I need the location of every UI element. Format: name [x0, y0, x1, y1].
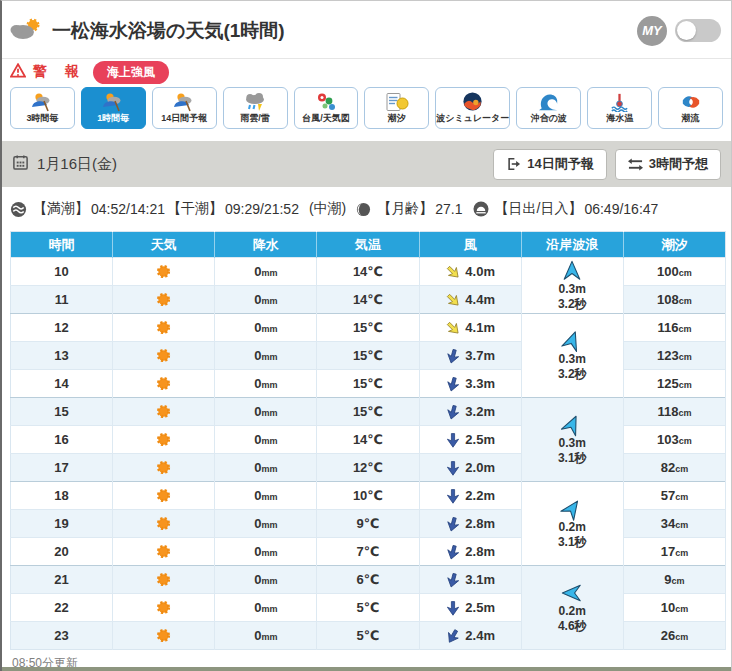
precip-cell: 0mm: [215, 622, 317, 650]
time-cell: 16: [11, 426, 113, 454]
tab-label: 雨雲/雷: [240, 112, 270, 125]
wave-height: 0.2m: [559, 604, 586, 618]
time-cell: 21: [11, 566, 113, 594]
temp-cell: 6℃: [317, 566, 419, 594]
current-icon: [679, 92, 703, 112]
my-badge[interactable]: MY: [637, 16, 667, 46]
temp-cell: 5℃: [317, 622, 419, 650]
wave-direction-icon: [561, 498, 583, 520]
wave-period: 3.1秒: [558, 535, 587, 549]
tab-label: 1時間毎: [97, 112, 129, 125]
precip-cell: 0mm: [215, 538, 317, 566]
wind-arrow-icon: [445, 404, 461, 420]
temp-cell: 5℃: [317, 594, 419, 622]
tab-wavesim[interactable]: 波シミュレーター: [435, 87, 510, 129]
wind-arrow-icon: [445, 264, 461, 280]
column-header: 気温: [317, 232, 419, 258]
time-cell: 11: [11, 286, 113, 314]
sun-cloud-umbrella-icon: [100, 92, 126, 112]
warning-label: 警 報: [33, 63, 86, 81]
temp-cell: 15℃: [317, 314, 419, 342]
wind-cell: 2.2m: [419, 482, 521, 510]
swap-icon: [628, 158, 643, 171]
time-cell: 12: [11, 314, 113, 342]
hourly-forecast-table: 時間天気降水気温風沿岸波浪潮汐 100mm14℃4.0m0.3m3.2秒100c…: [10, 231, 726, 650]
weather-cell: [113, 370, 215, 398]
tab-tide[interactable]: 潮汐: [364, 87, 429, 129]
wind-cell: 2.8m: [419, 510, 521, 538]
wind-cell: 2.4m: [419, 622, 521, 650]
low-tide-label: 【干潮】: [167, 200, 223, 218]
button-label: 14日間予報: [527, 155, 593, 173]
weather-cell: [113, 258, 215, 286]
coastal-wave-cell: 0.2m4.6秒: [521, 566, 623, 650]
wind-arrow-icon: [445, 432, 461, 448]
wind-cell: 3.2m: [419, 398, 521, 426]
wind-arrow-icon: [445, 488, 461, 504]
tide-cell: 26cm: [623, 622, 725, 650]
wave-period: 3.2秒: [558, 367, 587, 381]
warning-badge[interactable]: 海上強風: [93, 61, 169, 84]
wind-arrow-icon: [445, 376, 461, 392]
tab-1hour[interactable]: 1時間毎: [81, 87, 146, 129]
tab-bar: 3時間毎1時間毎14日間予報雨雲/雷台風/天気図潮汐波シミュレーター沖合の波海水…: [2, 85, 731, 129]
my-toggle[interactable]: [675, 19, 721, 42]
tide-cell: 123cm: [623, 342, 725, 370]
coastal-wave-cell: 0.3m3.1秒: [521, 398, 623, 482]
weather-cell: [113, 594, 215, 622]
time-cell: 19: [11, 510, 113, 538]
tide-info-row: 【満潮】 04:52/14:21 【干潮】 09:29/21:52 (中潮) 【…: [2, 187, 731, 231]
tab-3hour[interactable]: 3時間毎: [10, 87, 75, 129]
high-tide-label: 【満潮】: [33, 200, 89, 218]
wind-arrow-icon: [445, 320, 461, 336]
tide-calendar-icon: [384, 92, 410, 112]
warning-triangle-icon: [10, 63, 26, 82]
table-header: 時間天気降水気温風沿岸波浪潮汐: [11, 232, 726, 258]
btn-3hour-forecast[interactable]: 3時間予想: [615, 149, 721, 180]
sun-icon: [155, 431, 172, 448]
tab-typhoon[interactable]: 台風/天気図: [294, 87, 359, 129]
tide-cell: 118cm: [623, 398, 725, 426]
tab-offshore[interactable]: 沖合の波: [516, 87, 581, 129]
column-header: 天気: [113, 232, 215, 258]
tab-label: 海水温: [606, 112, 633, 125]
btn-14day-forecast[interactable]: 14日間予報: [493, 149, 606, 180]
temp-cell: 15℃: [317, 398, 419, 426]
tide-cell: 17cm: [623, 538, 725, 566]
weather-cell: [113, 342, 215, 370]
tab-raincloud[interactable]: 雨雲/雷: [223, 87, 288, 129]
time-cell: 23: [11, 622, 113, 650]
sun-icon: [155, 459, 172, 476]
time-cell: 18: [11, 482, 113, 510]
time-cell: 22: [11, 594, 113, 622]
cloud-sun-icon: [10, 17, 44, 45]
sun-icon: [155, 543, 172, 560]
tide-cell: 10cm: [623, 594, 725, 622]
time-cell: 15: [11, 398, 113, 426]
column-header: 沿岸波浪: [521, 232, 623, 258]
precip-cell: 0mm: [215, 258, 317, 286]
wave-height: 0.3m: [559, 352, 586, 366]
weather-page: 一松海水浴場の天気(1時間) MY 警 報 海上強風 3時間毎1時間毎14日間予…: [0, 0, 732, 671]
sunrise-sunset-label: 【日出/日入】: [495, 200, 583, 218]
precip-cell: 0mm: [215, 566, 317, 594]
tab-14day[interactable]: 14日間予報: [152, 87, 217, 129]
tide-phase: (中潮): [309, 200, 346, 218]
column-header: 風: [419, 232, 521, 258]
tide-cell: 100cm: [623, 258, 725, 286]
wind-cell: 2.5m: [419, 426, 521, 454]
offshore-wave-icon: [537, 92, 561, 112]
wind-cell: 4.4m: [419, 286, 521, 314]
sun-icon: [155, 571, 172, 588]
precip-cell: 0mm: [215, 510, 317, 538]
wind-cell: 2.5m: [419, 594, 521, 622]
wave-simulator-icon: [462, 92, 483, 112]
calendar-icon: [12, 154, 29, 175]
tab-current[interactable]: 潮流: [658, 87, 723, 129]
typhoon-icon: [314, 92, 338, 112]
column-header: 時間: [11, 232, 113, 258]
tab-seatemp[interactable]: 海水温: [587, 87, 652, 129]
current-date: 1月16日(金): [37, 155, 117, 174]
date-bar: 1月16日(金) 14日間予報3時間予想: [2, 141, 731, 187]
sun-icon: [155, 291, 172, 308]
